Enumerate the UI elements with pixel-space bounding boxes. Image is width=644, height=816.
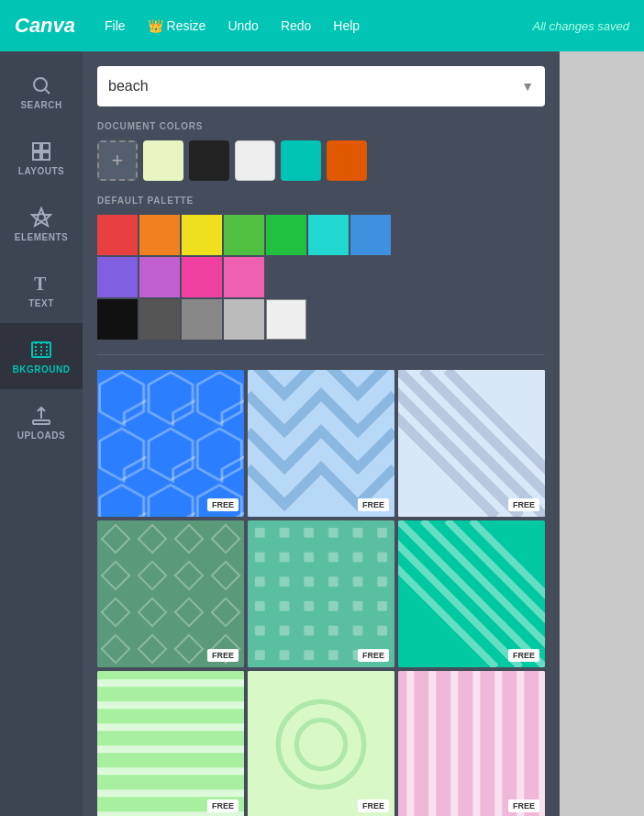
palette-green[interactable]: [266, 215, 306, 255]
svg-rect-13: [33, 420, 50, 424]
palette-dark-gray[interactable]: [139, 299, 180, 340]
free-badge-9: FREE: [508, 799, 539, 812]
bg-thumb-9[interactable]: FREE: [398, 671, 545, 816]
color-swatch-1[interactable]: [143, 140, 183, 181]
search-input[interactable]: [108, 78, 521, 95]
nav-undo[interactable]: Undo: [228, 18, 258, 33]
svg-line-1: [46, 89, 50, 94]
dropdown-arrow-icon[interactable]: ▼: [521, 79, 534, 94]
palette-white[interactable]: [266, 299, 306, 340]
free-badge-7: FREE: [207, 799, 239, 812]
palette-yellow[interactable]: [182, 215, 222, 255]
nav-file[interactable]: File: [105, 18, 126, 33]
main-layout: SEARCH LAYOUTS ELEMENTS T TEXT: [0, 51, 644, 816]
svg-rect-46: [248, 671, 394, 816]
svg-rect-2: [33, 143, 40, 151]
svg-rect-17: [97, 370, 244, 517]
document-colors-label: DOCUMENT COLORS: [97, 121, 545, 131]
crown-icon: 👑: [148, 18, 163, 33]
palette-blue[interactable]: [350, 215, 391, 255]
palette-light-gray[interactable]: [224, 299, 264, 340]
sidebar-text-label: TEXT: [28, 298, 54, 308]
default-palette-label: DEFAULT PALETTE: [97, 196, 545, 206]
free-badge-3: FREE: [508, 498, 539, 511]
default-palette-grid: [97, 215, 545, 340]
sidebar-item-uploads[interactable]: UPLOADS: [0, 389, 83, 455]
top-nav: Canva File 👑 Resize Undo Redo Help All c…: [0, 0, 644, 51]
color-swatch-5[interactable]: [327, 140, 367, 181]
free-badge-5: FREE: [358, 649, 389, 662]
bg-thumb-3[interactable]: FREE: [398, 370, 545, 517]
sidebar-item-bkground[interactable]: BKGROUND: [0, 323, 83, 389]
search-bar[interactable]: ▼: [97, 66, 545, 106]
color-swatch-4[interactable]: [281, 140, 321, 181]
canva-logo[interactable]: Canva: [15, 14, 75, 38]
free-badge-6: FREE: [508, 649, 539, 662]
svg-rect-5: [42, 152, 50, 160]
palette-gray[interactable]: [182, 299, 222, 340]
color-swatch-3[interactable]: [235, 140, 275, 181]
bg-thumb-4[interactable]: FREE: [97, 520, 244, 667]
document-colors-row: +: [97, 140, 545, 181]
palette-pink-light[interactable]: [224, 257, 264, 297]
svg-text:T: T: [34, 274, 47, 294]
svg-rect-4: [33, 152, 40, 160]
bg-thumb-8[interactable]: FREE: [248, 671, 394, 816]
background-grid: FREE FREE: [97, 370, 545, 816]
sidebar: SEARCH LAYOUTS ELEMENTS T TEXT: [0, 51, 83, 816]
sidebar-item-text[interactable]: T TEXT: [0, 257, 83, 323]
palette-violet[interactable]: [139, 257, 180, 297]
free-badge-4: FREE: [207, 649, 239, 662]
palette-teal[interactable]: [308, 215, 349, 255]
free-badge-1: FREE: [207, 498, 239, 511]
nav-saved-status: All changes saved: [532, 19, 629, 33]
sidebar-elements-label: ELEMENTS: [15, 232, 68, 242]
bg-thumb-7[interactable]: FREE: [97, 671, 244, 816]
color-swatch-2[interactable]: [189, 140, 229, 181]
svg-rect-27: [97, 520, 244, 667]
svg-rect-30: [248, 520, 394, 667]
bg-thumb-2[interactable]: FREE: [248, 370, 394, 517]
canvas-area[interactable]: [560, 51, 644, 816]
svg-marker-7: [32, 208, 50, 226]
free-badge-2: FREE: [358, 498, 389, 511]
bg-thumb-6[interactable]: FREE: [398, 520, 545, 667]
free-badge-8: FREE: [358, 799, 389, 812]
divider: [97, 354, 545, 355]
palette-red[interactable]: [97, 215, 138, 255]
nav-resize[interactable]: 👑 Resize: [148, 18, 206, 33]
sidebar-search-label: SEARCH: [20, 100, 61, 110]
sidebar-item-elements[interactable]: ELEMENTS: [0, 191, 83, 257]
palette-lime[interactable]: [224, 215, 264, 255]
bg-thumb-1[interactable]: FREE: [97, 370, 244, 517]
sidebar-uploads-label: UPLOADS: [17, 430, 65, 441]
bg-thumb-5[interactable]: FREE: [248, 520, 394, 667]
panel: ▼ DOCUMENT COLORS + DEFAULT PALETTE: [83, 51, 560, 816]
sidebar-item-layouts[interactable]: LAYOUTS: [0, 125, 83, 191]
nav-help[interactable]: Help: [333, 18, 360, 33]
sidebar-item-search[interactable]: SEARCH: [0, 59, 83, 125]
add-color-button[interactable]: +: [97, 140, 138, 181]
palette-pink-hot[interactable]: [182, 257, 222, 297]
sidebar-layouts-label: LAYOUTS: [18, 166, 64, 176]
sidebar-bkground-label: BKGROUND: [13, 364, 71, 374]
svg-point-0: [34, 78, 47, 91]
palette-purple[interactable]: [97, 257, 138, 297]
palette-black[interactable]: [97, 299, 138, 340]
svg-rect-3: [42, 143, 50, 151]
nav-redo[interactable]: Redo: [281, 18, 311, 33]
palette-orange[interactable]: [139, 215, 180, 255]
